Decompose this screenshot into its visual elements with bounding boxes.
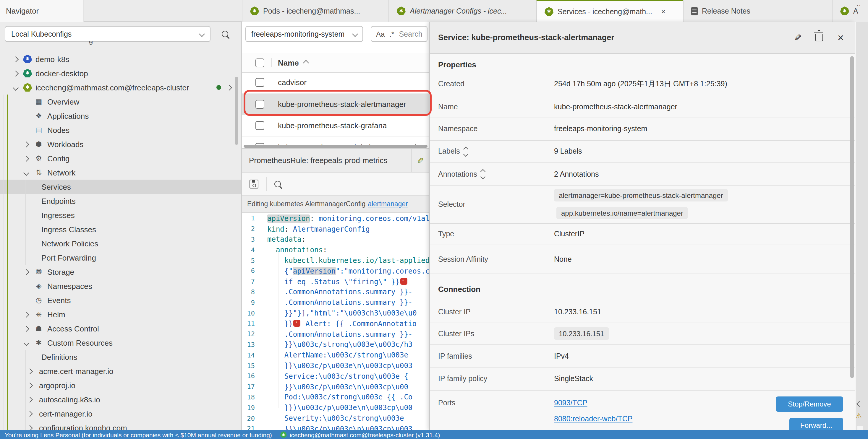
row-checkbox[interactable] — [255, 78, 264, 87]
sidebar-item-configuration-konghq-com[interactable]: configuration.konghq.com — [0, 421, 242, 430]
sidebar-item-endpoints[interactable]: Endpoints — [0, 194, 242, 208]
sidebar-item-autoscaling-k8s-io[interactable]: autoscaling.k8s.io — [0, 392, 242, 406]
stop-remove-button[interactable]: Stop/Remove — [776, 397, 843, 412]
kubeconfig-selector[interactable]: Local Kubeconfigs — [5, 26, 211, 42]
chevron-right-icon[interactable] — [27, 425, 33, 430]
cluster-tree: ✱demo-k8s✱docker-desktop✱icecheng@mathma… — [0, 52, 242, 430]
delete-icon[interactable] — [816, 34, 824, 41]
status-bar: You're using Lens Personal (for individu… — [0, 430, 868, 439]
sidebar-item-workloads[interactable]: ⬢Workloads — [0, 137, 242, 151]
chevron-down-icon[interactable] — [23, 170, 29, 175]
table-row[interactable]: kube-prometheus-stack-kube-state-metrics — [242, 137, 429, 145]
sidebar-item-access-control[interactable]: ☗Access Control — [0, 322, 242, 336]
sidebar-item-network-policies[interactable]: Network Policies — [0, 236, 242, 250]
tab-release-notes[interactable]: Release Notes — [683, 0, 832, 22]
chevron-right-icon[interactable] — [23, 269, 29, 275]
sidebar-item-demo-k8s[interactable]: ✱demo-k8s — [0, 52, 242, 66]
sidebar-item-definitions[interactable]: Definitions — [0, 350, 242, 364]
port-link[interactable]: 8080:reloader-web/TCP — [554, 415, 632, 423]
sidebar-item-argoproj-io[interactable]: argoproj.io — [0, 378, 242, 392]
service-details-panel: Service: kube-prometheus-stack-alertmana… — [429, 22, 855, 430]
code-text: {"apiVersion":"monitoring.coreos.com/v1a… — [259, 267, 429, 275]
chevron-right-icon[interactable] — [23, 326, 29, 332]
chevron-right-icon[interactable] — [27, 382, 33, 388]
namespace-link[interactable]: freeleaps-monitoring-system — [554, 125, 647, 133]
horizontal-scrollbar[interactable] — [244, 145, 428, 148]
port-link[interactable]: 9093/TCP — [554, 399, 587, 407]
detail-label: Created — [430, 80, 554, 88]
tab-pods-icecheng-mathmas-[interactable]: ✱Pods - icecheng@mathmas... — [242, 0, 389, 22]
sort-toggle-icon[interactable] — [464, 147, 467, 156]
chevron-down-icon[interactable] — [13, 85, 19, 91]
chevron-right-icon[interactable] — [13, 70, 19, 76]
chevron-slot — [12, 71, 20, 75]
chevron-slot — [23, 341, 30, 345]
sidebar-item-ingresses[interactable]: Ingresses — [0, 208, 242, 222]
regex-icon[interactable]: .* — [390, 30, 394, 38]
table-search-field[interactable]: Aa .* Search — [371, 26, 428, 42]
panel-scrollbar[interactable] — [850, 56, 854, 378]
line-number: 9 — [242, 299, 259, 307]
sidebar-item-cert-manager-io[interactable]: cert-manager.io — [0, 406, 242, 421]
tab-close-icon[interactable]: × — [661, 7, 665, 16]
chevron-slot — [12, 86, 20, 90]
save-icon[interactable] — [250, 179, 258, 188]
sidebar-item-nodes[interactable]: ▤Nodes — [0, 123, 242, 137]
sidebar-item-overview[interactable]: ▦Overview — [0, 95, 242, 109]
editing-prefix: Editing kubernetes AlertmanagerConfig — [247, 200, 365, 207]
sidebar-item-namespaces[interactable]: ◈Namespaces — [0, 279, 242, 293]
sidebar-item-acme-cert-manager-io[interactable]: acme.cert-manager.io — [0, 364, 242, 378]
sidebar-item-helm[interactable]: ⎈Helm — [0, 307, 242, 322]
close-icon[interactable]: × — [838, 32, 844, 43]
chevron-right-icon[interactable] — [23, 141, 29, 147]
tab-alertmanager-configs-ice[interactable]: ✱Alertmanager Configs - icec... — [389, 0, 536, 22]
column-header-name[interactable]: Name — [278, 58, 308, 67]
detail-value: ClusterIP — [554, 230, 585, 238]
chevron-right-icon[interactable] — [27, 397, 33, 402]
sidebar-item-custom-resources[interactable]: ✱Custom Resources — [0, 336, 242, 350]
chevron-right-icon[interactable] — [226, 85, 232, 91]
row-checkbox[interactable] — [255, 122, 264, 130]
line-number: 8 — [242, 288, 259, 296]
editor-search-icon[interactable] — [274, 180, 281, 187]
sidebar-item-services[interactable]: Services — [0, 180, 242, 194]
namespace-selector[interactable]: freeleaps-monitoring-system — [245, 26, 363, 42]
chevron-right-icon[interactable] — [27, 368, 33, 374]
editor-title-bar: PrometheusRule: freepeals-prod-metrics ✎ — [242, 148, 429, 172]
editing-resource-link[interactable]: alertmanager — [368, 200, 408, 207]
chevron-right-icon[interactable] — [27, 411, 33, 416]
chevron-up-icon — [463, 147, 468, 151]
tab-a[interactable]: ✱A — [832, 0, 868, 22]
tab-services-icecheng-math-[interactable]: ✱Services - icecheng@math...× — [536, 0, 683, 22]
chevron-right-icon[interactable] — [23, 311, 29, 317]
match-case-icon[interactable]: Aa — [376, 30, 384, 38]
yaml-editor[interactable]: 1apiVersion: monitoring.coreos.com/v1alp… — [242, 213, 429, 430]
sidebar-item-events[interactable]: ◷Events — [0, 293, 242, 307]
select-all-checkbox[interactable] — [255, 58, 264, 67]
detail-row-created: Created254d 17h 50m ago (2025年1月13日 GMT+… — [430, 73, 855, 96]
edit-icon[interactable]: ✎ — [412, 156, 429, 165]
chevron-down-icon — [463, 151, 468, 156]
chevron-down-icon[interactable] — [23, 340, 29, 346]
code-line: 3metadata: — [242, 234, 429, 245]
chevron-slot — [23, 327, 30, 331]
sort-toggle-icon[interactable] — [481, 170, 485, 178]
search-icon[interactable] — [222, 31, 228, 37]
value-badge: 10.233.16.151 — [554, 328, 609, 340]
table-row[interactable]: kube-prometheus-stack-grafana — [242, 115, 429, 137]
chevron-right-icon[interactable] — [13, 56, 19, 62]
sidebar-item-storage[interactable]: ⛃Storage — [0, 265, 242, 279]
sidebar-scrollbar[interactable] — [235, 77, 238, 145]
sidebar-item-ingress-classes[interactable]: Ingress Classes — [0, 222, 242, 236]
forward-button[interactable]: Forward... — [789, 418, 843, 430]
sidebar-item-config[interactable]: ⚙Config — [0, 151, 242, 165]
edit-icon[interactable]: ✎ — [794, 32, 802, 43]
sidebar-item-network[interactable]: ⇅Network — [0, 165, 242, 180]
sidebar-item-icecheng-mathmast-com-freeleaps-cluster[interactable]: ✱icecheng@mathmast.com@freeleaps-cluster — [0, 80, 242, 95]
code-text: .CommonAnnotations.summary }}- — [259, 330, 429, 338]
sidebar-item-docker-desktop[interactable]: ✱docker-desktop — [0, 66, 242, 80]
sidebar-item-applications[interactable]: ❖Applications — [0, 109, 242, 123]
sidebar-item-port-forwarding[interactable]: Port Forwarding — [0, 250, 242, 265]
chevron-right-icon[interactable] — [23, 156, 29, 161]
warning-icon[interactable]: ⚠ — [856, 412, 862, 420]
